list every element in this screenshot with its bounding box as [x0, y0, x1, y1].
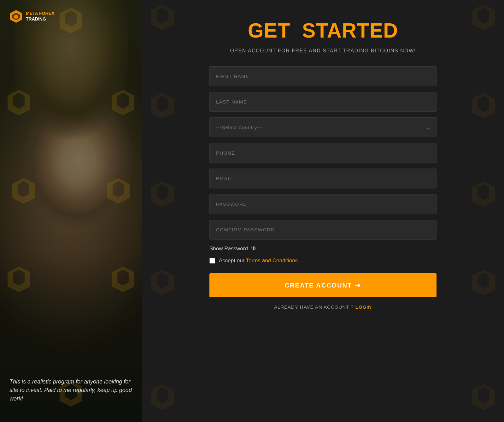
already-have-account-label: ALREADY HAVE AN ACCOUNT ? [274, 304, 354, 310]
right-watermark-10 [469, 383, 498, 413]
login-row: ALREADY HAVE AN ACCOUNT ? LOGIN [209, 304, 437, 310]
email-group [209, 169, 437, 188]
logo-icon [9, 9, 23, 23]
watermark-3 [109, 88, 137, 118]
right-watermark-7 [148, 268, 177, 298]
left-panel: META FOREX TRADING This is a realistic p… [0, 0, 142, 422]
password-group [209, 194, 437, 214]
logo: META FOREX TRADING [9, 9, 54, 23]
create-account-label: CREATE ACCOUNT [285, 282, 352, 289]
last-name-group [209, 92, 437, 112]
create-account-button[interactable]: CREATE ACCOUNT ➜ [209, 273, 437, 297]
login-link[interactable]: LOGIN [355, 304, 372, 310]
terms-link[interactable]: Terms and Conditions [246, 258, 298, 264]
subtitle: OPEN ACCOUNT FOR FREE AND START TRADING … [209, 48, 437, 54]
logo-text: META FOREX TRADING [26, 10, 54, 22]
first-name-group [209, 66, 437, 86]
watermark-5 [104, 177, 132, 206]
confirm-password-input[interactable] [209, 220, 437, 240]
right-watermark-5 [148, 180, 177, 210]
terms-checkbox[interactable] [209, 258, 215, 264]
right-watermark-8 [469, 268, 498, 298]
testimonial-text: This is a realistic program for anyone l… [9, 377, 132, 403]
form-container: GET STARTED OPEN ACCOUNT FOR FREE AND ST… [209, 19, 437, 310]
phone-group [209, 143, 437, 163]
right-watermark-1 [148, 3, 177, 33]
watermark-7 [109, 265, 137, 295]
eye-icon: 👁 [251, 245, 257, 252]
confirm-password-group [209, 220, 437, 240]
title-white: GET [248, 19, 290, 42]
right-watermark-6 [469, 180, 498, 210]
last-name-input[interactable] [209, 92, 437, 112]
show-password-row[interactable]: Show Password 👁 [209, 245, 437, 252]
watermark-4 [9, 177, 38, 206]
right-panel: GET STARTED OPEN ACCOUNT FOR FREE AND ST… [142, 0, 504, 422]
right-watermark-9 [148, 383, 177, 413]
email-input[interactable] [209, 169, 437, 188]
phone-input[interactable] [209, 143, 437, 163]
terms-row: Accept our Terms and Conditions [209, 258, 437, 264]
title-orange: STARTED [302, 19, 398, 42]
password-input[interactable] [209, 194, 437, 214]
watermark-2 [5, 88, 33, 118]
country-select-wrapper: ---Select Country--- United States Unite… [209, 117, 437, 137]
watermark-1 [57, 6, 85, 36]
country-select[interactable]: ---Select Country--- United States Unite… [209, 117, 437, 137]
overlay [0, 0, 142, 422]
show-password-label: Show Password [209, 246, 248, 252]
arrow-icon: ➜ [355, 282, 361, 289]
watermark-6 [5, 265, 33, 295]
first-name-input[interactable] [209, 66, 437, 86]
right-watermark-2 [469, 3, 498, 33]
country-group: ---Select Country--- United States Unite… [209, 117, 437, 137]
terms-label: Accept our Terms and Conditions [219, 258, 298, 264]
right-watermark-3 [148, 92, 177, 121]
page-title: GET STARTED [209, 19, 437, 42]
right-watermark-4 [469, 92, 498, 121]
